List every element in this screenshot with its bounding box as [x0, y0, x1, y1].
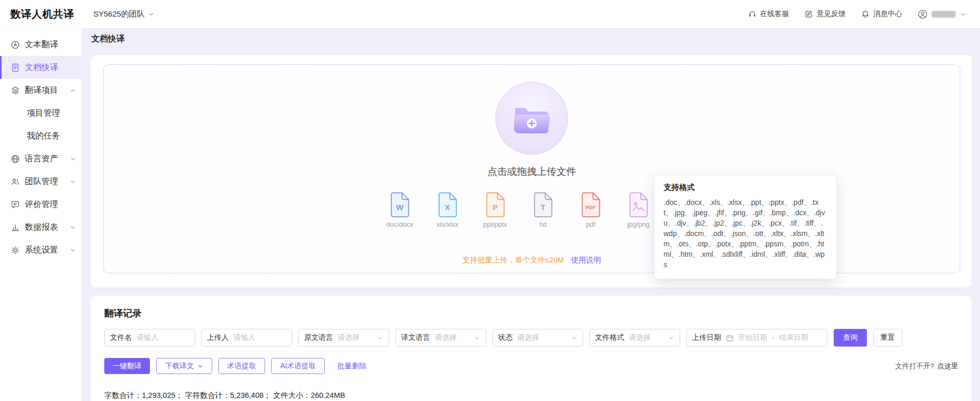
filename-filter-input[interactable]: 文件名 请输入 [104, 329, 195, 347]
file-type-label: jpg/png [627, 220, 650, 228]
sidebar-label: 项目管理 [27, 108, 60, 119]
start-date-placeholder: 开始日期 [738, 333, 767, 342]
message-center-button[interactable]: 消息中心 [861, 9, 902, 19]
sidebar-item-system-settings[interactable]: 系统设置 [0, 239, 81, 261]
team-selector[interactable]: SY5625的团队 [93, 9, 155, 19]
bar-chart-icon [11, 223, 20, 232]
filter-label: 译文语言 [401, 333, 430, 342]
ai-term-extract-button[interactable]: AI术语提取 [271, 358, 325, 374]
usage-guide-link[interactable]: 使用说明 [571, 255, 601, 265]
user-name-redacted [932, 11, 956, 18]
sidebar-item-my-tasks[interactable]: 我的任务 [0, 125, 81, 147]
chevron-down-icon [70, 156, 76, 162]
upload-date-range-picker[interactable]: 上传日期 开始日期 - 结束日期 [686, 329, 827, 347]
file-type-image: jpg/png [622, 192, 656, 228]
upload-folder-circle [495, 82, 568, 155]
calendar-icon [726, 334, 734, 342]
sidebar-item-text-translation[interactable]: 文本翻译 [0, 33, 81, 56]
breadcrumb: 文档快译 [81, 28, 980, 50]
one-click-translate-button[interactable]: 一键翻译 [104, 358, 150, 374]
feedback-button[interactable]: 意见反馈 [805, 9, 846, 19]
chevron-down-icon [960, 11, 967, 18]
chevron-down-icon [197, 363, 203, 369]
date-separator: - [772, 334, 775, 342]
file-type-label: txt [540, 220, 547, 228]
target-language-select[interactable]: 译文语言 请选择 [395, 329, 486, 347]
chevron-down-icon [474, 335, 480, 341]
sidebar-item-evaluation-management[interactable]: 评价管理 [0, 193, 81, 216]
chevron-down-icon [70, 247, 76, 254]
end-date-placeholder: 结束日期 [779, 333, 808, 342]
online-support-label: 在线客服 [760, 9, 789, 19]
txt-letter: T [533, 203, 554, 212]
chevron-down-icon [70, 224, 76, 231]
upload-hint-row: 支持批量上传，单个文件≤20M 使用说明 [462, 255, 601, 265]
file-type-doc: W doc/docx [383, 192, 417, 228]
pdf-letter: PDF [581, 204, 601, 210]
sidebar-item-language-assets[interactable]: 语言资产 [0, 147, 81, 170]
main-content: 文档快译 [81, 28, 980, 401]
globe-icon [11, 155, 20, 163]
doc-translate-icon [11, 63, 20, 72]
top-right-nav: 在线客服 意见反馈 消息中心 [748, 9, 967, 19]
sidebar-label: 语言资产 [25, 154, 58, 164]
sidebar-label: 文档快译 [25, 62, 58, 73]
file-type-label: xls/xlsx [437, 220, 459, 228]
sidebar-item-translation-projects[interactable]: 翻译项目 [0, 79, 81, 102]
batch-delete-link[interactable]: 批量删除 [334, 362, 369, 371]
team-icon [11, 177, 20, 186]
sidebar-label: 评价管理 [25, 199, 58, 210]
batch-upload-hint: 支持批量上传，单个文件≤20M [462, 255, 564, 265]
sidebar-label: 团队管理 [25, 176, 58, 187]
uploader-filter-input[interactable]: 上传人 请输入 [201, 329, 292, 347]
user-menu[interactable] [918, 9, 967, 19]
headset-icon [748, 10, 756, 18]
filter-label: 状态 [498, 333, 513, 342]
query-button[interactable]: 查询 [834, 329, 867, 347]
tooltip-title: 支持格式 [664, 183, 827, 192]
image-file-icon [628, 192, 649, 217]
sidebar-item-data-reports[interactable]: 数据报表 [0, 216, 81, 239]
ppt-letter: P [485, 203, 506, 212]
file-format-select[interactable]: 文件格式 请选择 [589, 329, 680, 347]
chevron-down-icon [148, 11, 155, 18]
file-type-txt: T txt [526, 192, 560, 228]
filter-label: 上传日期 [692, 333, 721, 342]
file-type-ppt: P ppt/pptx [478, 192, 513, 228]
reset-button[interactable]: 重置 [873, 329, 902, 347]
term-extract-button[interactable]: 术语提取 [218, 358, 265, 374]
supported-formats-tooltip: 支持格式 .doc、.docx、.xls、.xlsx、.ppt、.pptx、.p… [654, 175, 837, 279]
text-translate-icon [11, 40, 20, 49]
chevron-up-icon [70, 87, 76, 94]
gear-icon [11, 246, 20, 255]
sidebar-item-doc-translation[interactable]: 文档快译 [0, 56, 81, 79]
upload-main-text: 点击或拖拽上传文件 [488, 165, 576, 178]
file-type-label: doc/docx [386, 220, 413, 228]
sidebar-label: 文本翻译 [25, 39, 58, 50]
click-here-link[interactable]: 点这里 [937, 362, 959, 371]
feedback-pencil-icon [805, 10, 813, 18]
sidebar-item-project-management[interactable]: 项目管理 [0, 102, 81, 125]
file-type-xls: X xls/xlsx [431, 192, 465, 228]
download-label: 下载译文 [165, 362, 194, 371]
filter-row: 文件名 请输入 上传人 请输入 原文语言 请选择 译文语言 请选择 状态 请选择 [104, 329, 958, 347]
translation-records-card: 翻译记录 文件名 请输入 上传人 请输入 原文语言 请选择 译文语言 请选择 状… [91, 296, 972, 401]
sidebar-item-team-management[interactable]: 团队管理 [0, 170, 81, 193]
file-type-label: ppt/pptx [483, 220, 507, 228]
sidebar-label: 我的任务 [27, 131, 60, 142]
records-summary: 字数合计：1,293,025； 字符数合计：5,236,408； 文件大小：26… [104, 385, 958, 401]
filter-placeholder: 请输入 [233, 333, 255, 342]
status-select[interactable]: 状态 请选择 [492, 329, 583, 347]
doc-letter: W [390, 203, 410, 212]
online-support-button[interactable]: 在线客服 [748, 9, 789, 19]
filter-label: 文件名 [110, 333, 132, 342]
source-language-select[interactable]: 原文语言 请选择 [298, 329, 389, 347]
team-name: SY5625的团队 [93, 9, 144, 19]
download-translation-button[interactable]: 下载译文 [156, 358, 212, 374]
tooltip-formats-list: .doc、.docx、.xls、.xlsx、.ppt、.pptx、.pdf、.t… [664, 197, 827, 270]
filter-placeholder: 请选择 [629, 333, 651, 342]
feedback-label: 意见反馈 [817, 9, 846, 19]
file-type-label: pdf [586, 220, 595, 228]
chevron-down-icon [70, 178, 76, 185]
upload-folder-icon [512, 102, 552, 134]
